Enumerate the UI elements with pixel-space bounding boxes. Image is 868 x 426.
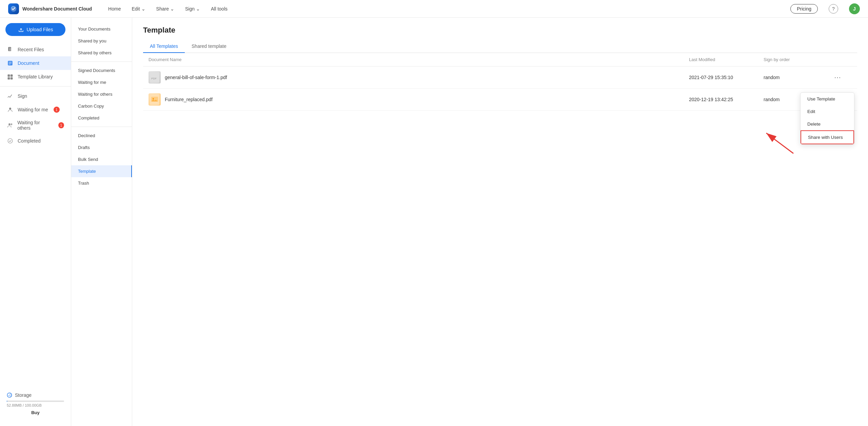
file-cell: Furniture_replaced.pdf bbox=[149, 93, 689, 106]
mid-item-carbon-copy[interactable]: Carbon Copy bbox=[71, 100, 132, 112]
sidebar-item-template-library[interactable]: Template Library bbox=[0, 70, 71, 84]
sidebar-item-document[interactable]: Document bbox=[0, 56, 71, 70]
col-actions bbox=[831, 57, 852, 62]
chevron-down-icon: ⌄ bbox=[141, 6, 145, 12]
svg-text:PDF: PDF bbox=[151, 77, 157, 80]
col-document-name: Document Name bbox=[149, 57, 689, 62]
arrow-annotation bbox=[756, 130, 797, 158]
nav-edit[interactable]: Edit ⌄ bbox=[132, 6, 145, 12]
mid-item-bulk-send[interactable]: Bulk Send bbox=[71, 153, 132, 165]
ctx-use-template[interactable]: Use Template bbox=[801, 93, 854, 105]
col-last-modified: Last Modified bbox=[689, 57, 764, 62]
more-options-button[interactable]: ⋯ bbox=[831, 72, 852, 83]
nav-sign[interactable]: Sign ⌄ bbox=[185, 6, 200, 12]
ctx-delete[interactable]: Delete bbox=[801, 118, 854, 130]
avatar[interactable]: J bbox=[849, 3, 860, 14]
sidebar-item-completed[interactable]: Completed bbox=[0, 134, 71, 148]
col-sign-by-order: Sign by order bbox=[764, 57, 831, 62]
svg-point-8 bbox=[9, 108, 11, 110]
context-menu: Use Template Edit Delete Share with User… bbox=[800, 92, 854, 145]
sidebar-item-waiting-for-me[interactable]: Waiting for me 1 bbox=[0, 103, 71, 116]
table-header: Document Name Last Modified Sign by orde… bbox=[143, 53, 857, 67]
mid-item-declined[interactable]: Declined bbox=[71, 130, 132, 142]
tabs: All Templates Shared template bbox=[143, 40, 857, 53]
logo-icon bbox=[8, 3, 19, 14]
logo-area: Wondershare Document Cloud bbox=[8, 3, 92, 14]
sign-icon bbox=[7, 93, 14, 99]
nav-all-tools[interactable]: All tools bbox=[211, 6, 228, 12]
last-modified: 2021-07-29 15:35:10 bbox=[689, 75, 764, 80]
svg-rect-6 bbox=[8, 77, 10, 80]
mid-sidebar: Your Documents Shared by you Shared by o… bbox=[71, 18, 132, 426]
sidebar-item-recent-files[interactable]: Recent Files bbox=[0, 43, 71, 56]
waiting-me-badge: 1 bbox=[54, 107, 60, 113]
mid-item-waiting-for-others[interactable]: Waiting for others bbox=[71, 88, 132, 100]
mid-item-waiting-for-me[interactable]: Waiting for me bbox=[71, 76, 132, 88]
sign-by-order: random bbox=[764, 75, 831, 80]
mid-item-drafts[interactable]: Drafts bbox=[71, 142, 132, 153]
mid-divider-2 bbox=[71, 127, 132, 127]
file-cell: PDF general-bill-of-sale-form-1.pdf bbox=[149, 71, 689, 84]
completed-icon bbox=[7, 137, 14, 144]
nav-home[interactable]: Home bbox=[108, 6, 121, 12]
svg-point-11 bbox=[8, 138, 13, 143]
table-row[interactable]: PDF general-bill-of-sale-form-1.pdf 2021… bbox=[143, 67, 857, 89]
mid-divider-1 bbox=[71, 61, 132, 62]
recent-files-icon bbox=[7, 46, 14, 53]
help-button[interactable]: ? bbox=[829, 4, 838, 14]
file-name: Furniture_replaced.pdf bbox=[165, 97, 213, 102]
page-title: Template bbox=[143, 26, 857, 35]
svg-rect-5 bbox=[11, 74, 13, 77]
waiting-me-icon bbox=[7, 106, 14, 113]
img-file-icon bbox=[149, 93, 161, 106]
sidebar-divider bbox=[0, 86, 71, 87]
storage-label: Storage bbox=[7, 392, 64, 398]
ctx-edit[interactable]: Edit bbox=[801, 105, 854, 118]
main-content: Template All Templates Shared template D… bbox=[132, 18, 868, 426]
svg-point-9 bbox=[8, 123, 10, 125]
mid-item-shared-by-others[interactable]: Shared by others bbox=[71, 47, 132, 59]
mid-item-signed-documents[interactable]: Signed Documents bbox=[71, 64, 132, 76]
chevron-down-icon: ⌄ bbox=[196, 6, 200, 12]
chevron-down-icon: ⌄ bbox=[170, 6, 174, 12]
mid-item-trash[interactable]: Trash bbox=[71, 177, 132, 189]
svg-rect-7 bbox=[11, 77, 13, 80]
sidebar-item-sign[interactable]: Sign bbox=[0, 89, 71, 103]
app-name: Wondershare Document Cloud bbox=[22, 6, 92, 12]
svg-rect-2 bbox=[9, 48, 11, 51]
buy-button[interactable]: Buy bbox=[7, 410, 64, 415]
mid-item-your-documents[interactable]: Your Documents bbox=[71, 23, 132, 35]
topnav: Wondershare Document Cloud Home Edit ⌄ S… bbox=[0, 0, 868, 18]
storage-section: Storage 52.88MB / 100.00GB Buy bbox=[0, 387, 71, 421]
mid-item-template[interactable]: Template bbox=[71, 165, 132, 177]
tab-all-templates[interactable]: All Templates bbox=[143, 40, 185, 53]
tab-shared-template[interactable]: Shared template bbox=[185, 40, 233, 53]
waiting-others-icon bbox=[7, 122, 13, 129]
svg-point-17 bbox=[153, 98, 154, 99]
pdf-file-icon: PDF bbox=[149, 71, 161, 84]
table-row[interactable]: Furniture_replaced.pdf 2020-12-19 13:42:… bbox=[143, 89, 857, 111]
waiting-others-badge: 1 bbox=[58, 122, 64, 128]
main-layout: Upload Files Recent Files Document Templ… bbox=[0, 18, 868, 426]
sidebar-item-waiting-for-others[interactable]: Waiting for others 1 bbox=[0, 116, 71, 134]
storage-bar bbox=[7, 401, 64, 402]
pricing-button[interactable]: Pricing bbox=[790, 4, 818, 14]
mid-item-shared-by-you[interactable]: Shared by you bbox=[71, 35, 132, 47]
svg-point-10 bbox=[11, 123, 12, 125]
last-modified: 2020-12-19 13:42:25 bbox=[689, 97, 764, 102]
left-sidebar: Upload Files Recent Files Document Templ… bbox=[0, 18, 71, 426]
storage-icon bbox=[7, 392, 12, 398]
file-name: general-bill-of-sale-form-1.pdf bbox=[165, 75, 227, 80]
template-library-icon bbox=[7, 73, 14, 80]
svg-rect-4 bbox=[8, 74, 10, 77]
nav-share[interactable]: Share ⌄ bbox=[156, 6, 174, 12]
document-icon bbox=[7, 60, 14, 67]
storage-used: 52.88MB / 100.00GB bbox=[7, 403, 64, 407]
ctx-share-with-users[interactable]: Share with Users bbox=[801, 130, 854, 144]
mid-item-completed[interactable]: Completed bbox=[71, 112, 132, 124]
upload-button[interactable]: Upload Files bbox=[5, 23, 65, 36]
